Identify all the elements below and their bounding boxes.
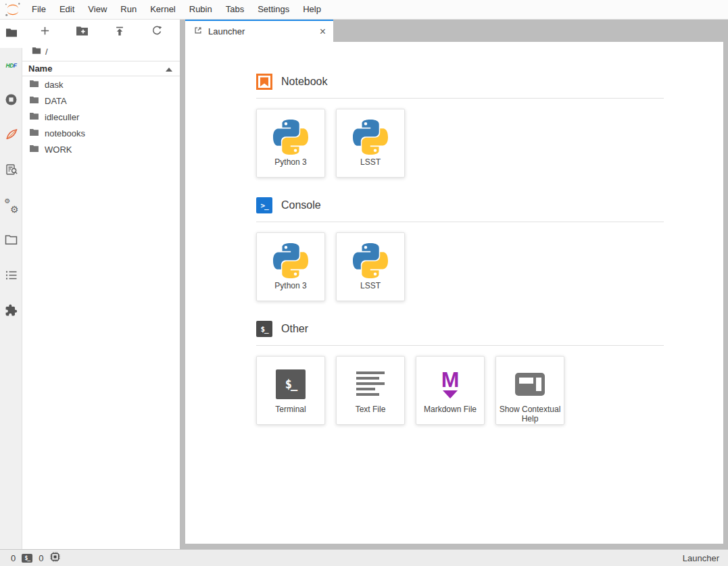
folder-icon <box>29 128 39 138</box>
running-sessions-status[interactable]: 0 $_ 0 <box>11 551 61 565</box>
sidebar-item-file-browser[interactable] <box>0 20 22 48</box>
card-label: Markdown File <box>421 405 479 414</box>
folder-outline-icon <box>5 234 18 248</box>
kernels-count: 0 <box>39 553 43 563</box>
file-list-header[interactable]: Name <box>22 61 180 76</box>
launcher-card-contextual-help[interactable]: Show Contextual Help <box>495 356 564 425</box>
menu-tabs[interactable]: Tabs <box>219 0 251 19</box>
new-folder-icon <box>76 26 89 36</box>
upload-button[interactable] <box>110 22 130 40</box>
card-label: LSST <box>358 281 383 290</box>
new-folder-button[interactable] <box>72 22 93 40</box>
section-title: Console <box>281 199 321 211</box>
feather-icon <box>5 128 18 144</box>
sidebar-item-hdf[interactable]: HDF <box>0 48 22 83</box>
folder-icon <box>29 145 39 155</box>
svg-text:M: M <box>441 368 460 392</box>
folder-name: notebooks <box>45 128 85 138</box>
launcher-card-text-file[interactable]: Text File <box>336 356 405 425</box>
launcher-card-markdown-file[interactable]: M Markdown File <box>416 356 485 425</box>
upload-icon <box>114 26 125 36</box>
current-activity-label: Launcher <box>683 553 719 563</box>
hdf-icon: HDF <box>6 62 17 69</box>
name-column-header: Name <box>28 63 52 74</box>
sidebar-item-open-tabs[interactable] <box>0 224 22 259</box>
file-browser-panel: / Name dask DATA idleculler <box>22 20 180 549</box>
sidebar-item-extensions[interactable] <box>0 294 22 329</box>
clipboard-search-icon <box>5 163 18 179</box>
status-bar: 0 $_ 0 Launcher <box>0 549 728 566</box>
dock-area: Launcher × <box>185 20 728 549</box>
launcher-card-console-lsst[interactable]: LSST <box>336 232 405 301</box>
folder-row-data[interactable]: DATA <box>22 93 180 109</box>
python-icon <box>273 240 308 281</box>
menu-view[interactable]: View <box>81 0 114 19</box>
launcher-card-console-python3[interactable]: Python 3 <box>256 232 325 301</box>
main-area: HDF <box>0 20 728 549</box>
launcher-card-notebook-python3[interactable]: Python 3 <box>256 109 325 178</box>
layout-icon <box>514 364 545 405</box>
section-title: Other <box>281 323 308 335</box>
breadcrumb: / <box>22 42 180 61</box>
terminal-badge-icon: $_ <box>22 554 32 563</box>
section-divider <box>256 222 664 222</box>
menu-help[interactable]: Help <box>296 0 328 19</box>
menu-bar: File Edit View Run Kernel Rubin Tabs Set… <box>0 0 728 20</box>
jupyterlab-app: File Edit View Run Kernel Rubin Tabs Set… <box>0 0 728 566</box>
refresh-icon <box>151 26 162 36</box>
folder-name: idleculler <box>45 112 79 122</box>
folder-icon <box>5 28 18 41</box>
card-row: Python 3 LSST <box>256 232 664 301</box>
menu-edit[interactable]: Edit <box>53 0 81 19</box>
tab-launcher[interactable]: Launcher × <box>185 20 333 42</box>
card-row: Python 3 LSST <box>256 109 664 178</box>
folder-name: WORK <box>45 145 72 155</box>
launcher-card-notebook-lsst[interactable]: LSST <box>336 109 405 178</box>
left-sidebar: HDF <box>0 20 22 549</box>
breadcrumb-folder-icon[interactable] <box>32 47 41 57</box>
folder-row-work[interactable]: WORK <box>22 141 180 157</box>
card-label: Python 3 <box>272 281 309 290</box>
python-icon <box>353 117 388 157</box>
markdown-icon: M <box>435 364 465 405</box>
menu-file[interactable]: File <box>25 0 53 19</box>
menu-kernel[interactable]: Kernel <box>143 0 183 19</box>
folder-row-dask[interactable]: dask <box>22 76 180 93</box>
dock-body: Notebook Python <box>185 42 728 549</box>
jupyter-logo <box>3 1 22 18</box>
menu-run[interactable]: Run <box>114 0 143 19</box>
menu-settings[interactable]: Settings <box>251 0 296 19</box>
section-divider <box>256 345 664 346</box>
caret-up-icon <box>166 63 172 74</box>
sidebar-item-running[interactable] <box>0 83 22 118</box>
refresh-button[interactable] <box>147 22 167 40</box>
text-lines-icon <box>356 364 385 405</box>
plus-icon <box>40 26 50 36</box>
breadcrumb-root[interactable]: / <box>45 47 48 57</box>
python-icon <box>353 240 388 281</box>
folder-row-notebooks[interactable]: notebooks <box>22 125 180 141</box>
sidebar-item-inspector[interactable] <box>0 153 22 188</box>
chip-icon <box>49 551 61 565</box>
python-icon <box>273 117 308 157</box>
panel-resize-handle[interactable] <box>180 20 185 549</box>
tab-label: Launcher <box>208 26 312 36</box>
sidebar-item-firefly[interactable] <box>0 118 22 153</box>
section-notebook: Notebook Python <box>256 74 664 178</box>
launcher-panel: Notebook Python <box>185 42 723 544</box>
sidebar-item-system[interactable]: ⚙⚙ <box>0 188 22 224</box>
list-icon <box>5 270 18 283</box>
file-list: dask DATA idleculler notebooks WORK <box>22 76 180 157</box>
close-icon[interactable]: × <box>318 26 328 37</box>
launcher-icon <box>193 26 203 37</box>
new-launcher-button[interactable] <box>35 22 55 40</box>
section-head: Notebook <box>256 74 664 90</box>
card-row: $_ Terminal <box>256 356 664 425</box>
menu-rubin[interactable]: Rubin <box>183 0 219 19</box>
card-label: LSST <box>358 157 383 167</box>
card-label: Text File <box>353 405 389 414</box>
launcher-card-terminal[interactable]: $_ Terminal <box>256 356 325 425</box>
sidebar-item-toc[interactable] <box>0 259 22 294</box>
folder-row-idleculler[interactable]: idleculler <box>22 109 180 125</box>
terminal-icon: $_ <box>276 369 306 399</box>
